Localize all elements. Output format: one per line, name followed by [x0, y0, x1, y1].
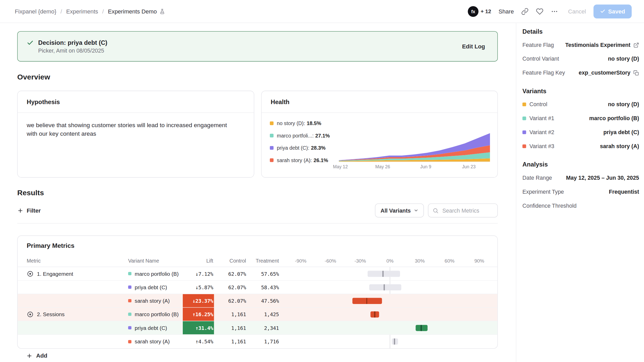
decision-banner: Decision: priya debt (C) Picker, Amit on…: [17, 31, 498, 61]
external-link-icon[interactable]: [633, 42, 639, 48]
app-window: Fixpanel {demo} / Experiments / Experime…: [0, 0, 644, 362]
overview-heading: Overview: [17, 73, 498, 82]
decision-subtitle: Picker, Amit on 08/05/2025: [38, 48, 107, 54]
variant-color-dot: [128, 299, 131, 302]
variant-row: Variant #2 priya debt (C): [521, 129, 639, 135]
legend-swatch: [270, 158, 274, 162]
breadcrumb-current[interactable]: Experiments Demo: [108, 8, 165, 15]
breadcrumb-separator: /: [60, 8, 62, 15]
ellipsis-icon: [551, 8, 558, 15]
plus-icon: [17, 207, 24, 214]
more-menu-button[interactable]: [551, 8, 558, 15]
x-tick-label: Jun 23: [462, 164, 475, 169]
confidence-interval-bar: [416, 325, 428, 331]
table-row[interactable]: sarah story (A) ↓23.37% 62.07% 47.56%: [18, 294, 497, 308]
legend-item: sarah story (A): 26.1%: [270, 157, 339, 163]
variant-name: sarah story (A): [135, 338, 170, 345]
control-value: 1,161: [214, 338, 246, 345]
variant-color-dot: [128, 340, 131, 343]
variants-dropdown[interactable]: All Variants: [375, 204, 424, 218]
variant-row: Control no story (D): [521, 101, 639, 107]
hypothesis-title: Hypothesis: [18, 91, 254, 113]
breadcrumb-experiments[interactable]: Experiments: [66, 8, 98, 15]
variants-section: Variants Control no story (D) Variant #1…: [521, 87, 639, 149]
primary-metrics-card: Primary Metrics Metric Variant Name Lift…: [17, 235, 498, 349]
table-header: Metric Variant Name Lift Control Treatme…: [18, 255, 497, 267]
treatment-value: 1,716: [246, 338, 279, 345]
column-variant-name: Variant Name: [128, 258, 183, 264]
stacked-area-chart: [339, 131, 490, 162]
search-input[interactable]: [442, 207, 492, 214]
legend-item: marco portfoli...: 27.1%: [270, 133, 339, 139]
feature-flag-value[interactable]: Testimonials Experiment: [565, 42, 631, 48]
saved-button[interactable]: Saved: [593, 4, 632, 18]
axis-tick-label: 60%: [445, 258, 454, 264]
column-treatment: Treatment: [246, 258, 279, 264]
flask-icon: [159, 8, 165, 14]
variant-color-dot: [522, 117, 526, 120]
treatment-value: 58.43%: [246, 284, 279, 290]
results-heading: Results: [17, 189, 498, 197]
variant-row: Variant #3 sarah story (A): [521, 143, 639, 149]
variant-color-dot: [128, 326, 131, 329]
feature-flag-key-value: exp_customerStory: [579, 70, 631, 76]
date-range-value: May 12, 2025 – Jun 30, 2025: [566, 175, 639, 181]
lift-cell: ↓7.12%: [183, 267, 214, 280]
clipboard-icon[interactable]: [633, 70, 639, 76]
control-value: 62.07%: [214, 271, 246, 277]
favorite-button[interactable]: [536, 8, 544, 15]
lift-cell: ↓5.87%: [183, 281, 214, 294]
filter-button[interactable]: Filter: [17, 206, 44, 215]
lift-cell: ↑4.54%: [183, 335, 214, 348]
table-row[interactable]: priya debt (C) ↓5.87% 62.07% 58.43%: [18, 281, 497, 294]
table-body: 1. Engagement marco portfolio (B) ↓7.12%…: [18, 267, 497, 348]
metric-search[interactable]: [428, 204, 498, 218]
add-metric-button[interactable]: Add: [17, 352, 498, 359]
collaborator-count: + 12: [481, 8, 491, 15]
variant-name: sarah story (A): [135, 298, 170, 304]
x-tick-label: May 26: [375, 164, 390, 169]
confidence-interval-bar: [368, 271, 400, 277]
lift-cell: ↓23.37%: [183, 294, 214, 307]
cancel-button[interactable]: Cancel: [568, 8, 586, 15]
variant-color-dot: [522, 103, 526, 106]
page-title: Experiments Demo: [108, 8, 157, 15]
breadcrumb-workspace[interactable]: Fixpanel {demo}: [15, 8, 56, 15]
control-value: 1,161: [214, 311, 246, 317]
primary-metrics-title: Primary Metrics: [18, 236, 497, 255]
analysis-row: Date Range May 12, 2025 – Jun 30, 2025: [521, 175, 639, 181]
edit-log-button[interactable]: Edit Log: [462, 43, 485, 49]
copy-link-button[interactable]: [521, 8, 529, 15]
legend-swatch: [270, 134, 274, 137]
table-row[interactable]: priya debt (C) ↑31.4% 1,161 2,341: [18, 321, 497, 335]
analysis-section: Analysis Date Range May 12, 2025 – Jun 3…: [521, 161, 639, 209]
health-card: Health no story (D): 18.5% marco portfol…: [261, 91, 498, 178]
lift-tick: [382, 271, 383, 277]
health-chart: May 12May 26Jun 9Jun 23: [339, 131, 490, 171]
axis-tick-label: 0%: [386, 258, 393, 264]
confidence-interval-cell: [288, 335, 489, 348]
lift-cell: ↑31.4%: [183, 321, 214, 334]
variant-color-dot: [128, 272, 131, 275]
treatment-value: 1,425: [246, 311, 279, 317]
confidence-interval-cell: [288, 321, 489, 334]
lift-cell: ↑16.25%: [183, 308, 214, 321]
x-tick-label: Jun 9: [420, 164, 431, 169]
variant-name: marco portfolio (B): [135, 311, 179, 317]
table-row[interactable]: 1. Engagement marco portfolio (B) ↓7.12%…: [18, 267, 497, 280]
breadcrumb: Fixpanel {demo} / Experiments / Experime…: [15, 8, 165, 15]
table-row[interactable]: 2. Sessions marco portfolio (B) ↑16.25% …: [18, 308, 497, 321]
collaborators[interactable]: fx + 12: [468, 6, 491, 17]
check-icon: [27, 39, 34, 46]
main-content: Decision: priya debt (C) Picker, Amit on…: [0, 23, 516, 362]
share-button[interactable]: Share: [499, 8, 514, 15]
breadcrumb-separator: /: [102, 8, 104, 15]
legend-swatch: [270, 121, 274, 125]
decision-title: Decision: priya debt (C): [38, 39, 107, 46]
confidence-interval-bar: [392, 338, 398, 345]
axis-tick-label: 30%: [415, 258, 425, 264]
metric-name: 1. Engagement: [37, 271, 73, 277]
avatar[interactable]: fx: [468, 6, 479, 17]
check-icon: [600, 9, 605, 14]
table-row[interactable]: sarah story (A) ↑4.54% 1,161 1,716: [18, 335, 497, 348]
